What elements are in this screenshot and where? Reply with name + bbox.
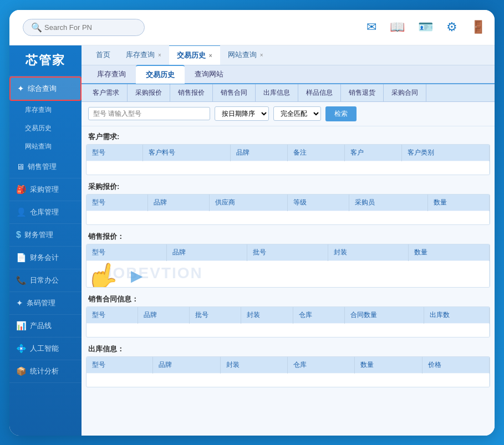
- col-model-2: 型号: [86, 195, 147, 211]
- sales-icon: 🖥: [16, 162, 24, 171]
- section-title-contract: 销售合同信息：: [86, 292, 490, 306]
- h-tabs: 客户需求 采购报价 销售报价 销售合同 出库信息 样品信息 销售退货 采购合同: [82, 84, 495, 102]
- top-nav-inventory[interactable]: 库存查询 ×: [118, 45, 169, 65]
- main-layout: 芯管家 ✦ 综合查询 库存查询 交易历史 网站查询 🖥 销售管理 🎒: [9, 45, 495, 436]
- section-title-purchase-quote: 采购报价:: [86, 180, 490, 194]
- h-tab-outbound[interactable]: 出库信息: [256, 84, 298, 102]
- sidebar-item-barcode[interactable]: ✦ 条码管理: [9, 292, 82, 315]
- sidebar-item-daily[interactable]: 📞 日常办公: [9, 269, 82, 292]
- daily-icon: 📞: [16, 275, 27, 285]
- sidebar-sub-item-inventory[interactable]: 库存查询: [9, 101, 82, 119]
- header: 🔍 ✉ 📖 🪪 ⚙ 🚪: [9, 10, 495, 45]
- col-model-3: 型号: [86, 244, 166, 261]
- gear-icon[interactable]: ⚙: [446, 20, 457, 34]
- section-title-outbound: 出库信息：: [86, 342, 490, 356]
- content-scroll[interactable]: 客户需求: 型号 客户料号 品牌 备注 客户: [82, 126, 495, 436]
- sidebar-item-ai[interactable]: 💠 人工智能: [9, 337, 82, 360]
- sidebar-label-accounting: 财务会计: [30, 253, 59, 263]
- model-input[interactable]: [88, 107, 210, 120]
- col-customer: 客户: [345, 145, 402, 161]
- col-qty-3: 数量: [355, 357, 422, 374]
- sidebar-item-sales[interactable]: 🖥 销售管理: [9, 156, 82, 178]
- sidebar-sub-comprehensive: 库存查询 交易历史 网站查询: [9, 101, 82, 156]
- mail-icon[interactable]: ✉: [366, 20, 376, 34]
- sidebar-label-barcode: 条码管理: [27, 298, 55, 308]
- top-nav-home[interactable]: 首页: [88, 45, 118, 65]
- top-nav-history[interactable]: 交易历史 ×: [169, 45, 220, 65]
- sidebar-item-comprehensive[interactable]: ✦ 综合查询: [9, 76, 82, 101]
- close-inventory[interactable]: ×: [158, 52, 161, 58]
- h-tab-sales-quote[interactable]: 销售报价: [170, 84, 213, 102]
- col-brand-3: 品牌: [166, 244, 247, 261]
- sidebar-item-purchase[interactable]: 🎒 采购管理: [9, 178, 82, 201]
- sort-select[interactable]: 按日期降序 按日期升序: [215, 106, 269, 121]
- sidebar-item-warehouse[interactable]: 👤 仓库管理: [9, 201, 82, 224]
- close-history[interactable]: ×: [209, 53, 212, 59]
- exit-icon[interactable]: 🚪: [471, 20, 486, 34]
- section-outbound: 出库信息： 型号 品牌 封装 仓库 数量: [86, 342, 490, 387]
- col-package-2: 封装: [241, 307, 293, 324]
- ai-icon: 💠: [16, 344, 27, 354]
- col-batch-2: 批号: [190, 307, 241, 324]
- section-title-demand: 客户需求:: [86, 130, 490, 144]
- purchase-icon: 🎒: [16, 185, 27, 195]
- col-brand-4: 品牌: [138, 307, 189, 324]
- col-price: 价格: [422, 357, 489, 374]
- col-batch-1: 批号: [247, 244, 328, 261]
- sidebar-logo: 芯管家: [9, 45, 82, 76]
- sidebar: 芯管家 ✦ 综合查询 库存查询 交易历史 网站查询 🖥 销售管理 🎒: [9, 45, 82, 436]
- stats-icon: 📦: [16, 366, 27, 376]
- sidebar-label-sales: 销售管理: [28, 162, 57, 172]
- h-tab-sales-contract[interactable]: 销售合同: [213, 84, 256, 102]
- empty-row-2: [86, 211, 490, 224]
- col-qty-1: 数量: [427, 195, 489, 211]
- col-outbound-qty: 出库数: [424, 307, 489, 324]
- h-tab-return[interactable]: 销售退货: [341, 84, 384, 102]
- h-tab-sample[interactable]: 样品信息: [298, 84, 341, 102]
- sidebar-sub-item-history[interactable]: 交易历史: [9, 119, 82, 137]
- sub-nav-website[interactable]: 查询网站: [185, 65, 233, 84]
- search-button[interactable]: 检索: [325, 106, 357, 121]
- sub-nav-inventory[interactable]: 库存查询: [87, 65, 136, 84]
- close-website[interactable]: ×: [260, 52, 263, 58]
- col-package-1: 封装: [328, 244, 409, 261]
- col-brand-1: 品牌: [231, 145, 288, 161]
- top-nav: 首页 库存查询 × 交易历史 × 网站查询 ×: [82, 45, 495, 65]
- sidebar-item-accounting[interactable]: 📄 财务会计: [9, 247, 82, 269]
- col-grade: 等级: [288, 195, 349, 211]
- h-tab-demand[interactable]: 客户需求: [85, 84, 128, 102]
- sidebar-item-finance[interactable]: $ 财务管理: [9, 224, 82, 247]
- pointing-hand-icon: 👆: [86, 258, 122, 288]
- sidebar-item-productline[interactable]: 📊 产品线: [9, 315, 82, 337]
- sidebar-label-daily: 日常办公: [30, 275, 59, 285]
- col-supplier: 供应商: [210, 195, 288, 211]
- sidebar-item-label: 综合查询: [28, 84, 57, 94]
- sidebar-sub-item-website[interactable]: 网站查询: [9, 137, 82, 156]
- col-model-1: 型号: [86, 145, 143, 161]
- search-icon: 🔍: [31, 22, 42, 33]
- book-icon[interactable]: 📖: [390, 20, 405, 34]
- h-tab-purchase-quote[interactable]: 采购报价: [128, 84, 170, 102]
- watermark-cell: JOBEVTION 👆 ▶: [86, 260, 490, 287]
- card-icon[interactable]: 🪪: [418, 20, 433, 34]
- sidebar-item-stats[interactable]: 📦 统计分析: [9, 360, 82, 383]
- table-outbound: 型号 品牌 封装 仓库 数量 价格: [86, 356, 490, 387]
- sidebar-label-ai: 人工智能: [30, 344, 59, 354]
- col-warehouse-1: 仓库: [293, 307, 344, 324]
- sidebar-label-finance: 财务管理: [24, 230, 53, 240]
- section-contract: 销售合同信息： 型号 品牌 批号 封装 仓库: [86, 292, 490, 337]
- col-package-3: 封装: [220, 357, 287, 374]
- sub-nav-history[interactable]: 交易历史: [136, 65, 185, 84]
- table-demand: 型号 客户料号 品牌 备注 客户 客户类别: [86, 144, 490, 175]
- search-bar[interactable]: 🔍: [23, 19, 145, 36]
- table-sales-quote: 型号 品牌 批号 封装 数量: [86, 244, 490, 288]
- table-contract: 型号 品牌 批号 封装 仓库 合同数量 出库数: [86, 306, 490, 337]
- h-tab-purchase-contract[interactable]: 采购合同: [384, 84, 426, 102]
- match-select[interactable]: 完全匹配 模糊匹配: [273, 106, 321, 121]
- col-customer-type: 客户类别: [402, 145, 490, 161]
- barcode-icon: ✦: [16, 298, 23, 308]
- top-nav-website[interactable]: 网站查询 ×: [220, 45, 271, 65]
- empty-row-5: [86, 374, 490, 387]
- col-contract-qty: 合同数量: [344, 307, 424, 324]
- search-input[interactable]: [44, 23, 138, 32]
